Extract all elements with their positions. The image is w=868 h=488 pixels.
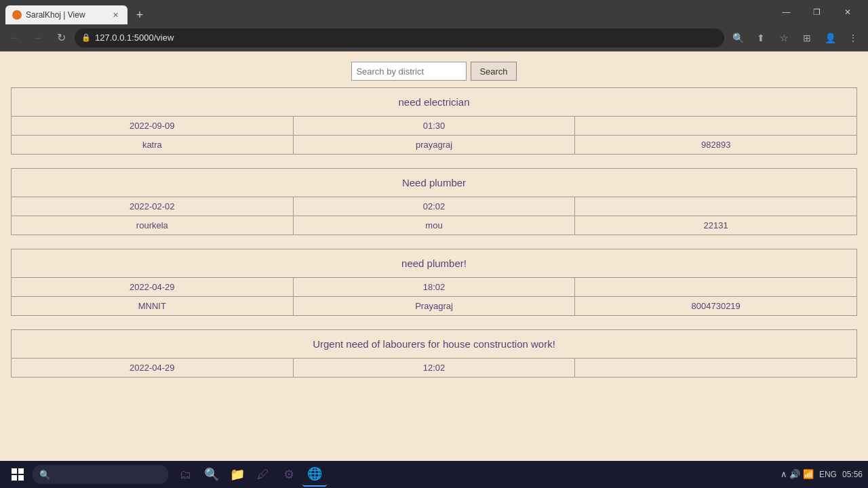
- card-4-datetime-row: 2022-04-29 12:02: [12, 359, 856, 377]
- cards-area: need electrician 2022-09-09 01:30 katra …: [0, 87, 868, 388]
- forward-button[interactable]: →: [28, 28, 47, 47]
- grid-icon-button[interactable]: ⊞: [797, 28, 816, 47]
- card-1-phone: 982893: [575, 136, 856, 154]
- menu-icon-button[interactable]: ⋮: [844, 28, 863, 47]
- card-2-datetime-row: 2022-02-02 02:02: [12, 197, 856, 216]
- share-icon-button[interactable]: ⬆: [751, 28, 770, 47]
- card-2-date: 2022-02-02: [12, 197, 294, 216]
- back-button[interactable]: ←: [5, 28, 24, 47]
- card-1: need electrician 2022-09-09 01:30 katra …: [11, 87, 857, 155]
- taskbar-app-settings[interactable]: ⚙: [277, 462, 301, 487]
- card-3-datetime-row: 2022-04-29 18:02: [12, 278, 856, 297]
- search-icon-button[interactable]: 🔍: [728, 28, 747, 47]
- new-tab-button[interactable]: +: [130, 5, 149, 24]
- card-2-info-row: rourkela mou 22131: [12, 216, 856, 235]
- tab-close-button[interactable]: ✕: [110, 9, 121, 20]
- taskbar-app-folder[interactable]: 📁: [225, 462, 250, 487]
- search-input[interactable]: [351, 62, 467, 81]
- minimize-button[interactable]: —: [771, 0, 802, 24]
- taskbar-right: ∧ 🔊 📶 ENG 05:56: [781, 469, 863, 481]
- url-text: 127.0.0.1:5000/view: [95, 33, 717, 43]
- card-2-district: mou: [294, 216, 576, 235]
- card-2-name: rourkela: [12, 216, 294, 235]
- taskbar-search-icon: 🔍: [39, 470, 50, 480]
- taskbar-app-search[interactable]: 🔍: [199, 462, 224, 487]
- taskbar-lang: ENG: [819, 470, 837, 479]
- taskbar-clock: 05:56: [842, 469, 863, 481]
- card-1-name: katra: [12, 136, 294, 154]
- close-button[interactable]: ✕: [832, 0, 863, 24]
- active-tab[interactable]: SaralKhoj | View ✕: [5, 5, 127, 24]
- card-4-title: Urgent need of labourers for house const…: [12, 330, 856, 359]
- card-1-empty: [575, 117, 856, 135]
- card-4-time: 12:02: [294, 359, 576, 377]
- card-3-info-row: MNNIT Prayagraj 8004730219: [12, 297, 856, 315]
- lock-icon: 🔒: [81, 33, 91, 42]
- window-controls: — ❐ ✕: [771, 0, 863, 24]
- card-2-empty: [575, 197, 856, 216]
- taskbar-app-chrome[interactable]: 🌐: [302, 462, 327, 487]
- address-bar-row: ← → ↻ 🔒 127.0.0.1:5000/view 🔍 ⬆ ☆ ⊞ 👤 ⋮: [0, 24, 868, 52]
- card-4: Urgent need of labourers for house const…: [11, 329, 857, 378]
- card-3-empty: [575, 278, 856, 296]
- card-1-date: 2022-09-09: [12, 117, 294, 135]
- tab-title: SaralKhoj | View: [26, 10, 106, 20]
- windows-logo-icon: [12, 468, 24, 481]
- card-3-date: 2022-04-29: [12, 278, 294, 296]
- card-3-district: Prayagraj: [294, 297, 576, 315]
- taskbar: 🔍 🗂 🔍 📁 🖊 ⚙ 🌐 ∧ 🔊 📶 ENG 05:56: [0, 461, 868, 488]
- taskbar-time: 05:56: [842, 469, 863, 481]
- card-3-time: 18:02: [294, 278, 576, 296]
- card-2-time: 02:02: [294, 197, 576, 216]
- card-2: Need plumber 2022-02-02 02:02 rourkela m…: [11, 168, 857, 235]
- tray-icons: ∧ 🔊 📶: [781, 469, 814, 479]
- tab-bar: SaralKhoj | View ✕ + — ❐ ✕: [0, 0, 868, 24]
- card-1-title: need electrician: [12, 88, 856, 117]
- card-1-info-row: katra prayagraj 982893: [12, 136, 856, 154]
- bookmark-icon-button[interactable]: ☆: [774, 28, 793, 47]
- reload-button[interactable]: ↻: [52, 28, 71, 47]
- card-2-phone: 22131: [575, 216, 856, 235]
- tab-favicon: [12, 10, 22, 20]
- card-1-datetime-row: 2022-09-09 01:30: [12, 117, 856, 136]
- profile-icon-button[interactable]: 👤: [821, 28, 840, 47]
- card-3-name: MNNIT: [12, 297, 294, 315]
- browser-window: SaralKhoj | View ✕ + — ❐ ✕ ← → ↻ 🔒: [0, 0, 868, 488]
- card-4-empty: [575, 359, 856, 377]
- card-3-title: need plumber!: [12, 249, 856, 278]
- search-button[interactable]: Search: [471, 62, 516, 81]
- search-area: Search: [0, 52, 868, 87]
- taskbar-apps: 🗂 🔍 📁 🖊 ⚙ 🌐: [174, 462, 327, 487]
- card-4-date: 2022-04-29: [12, 359, 294, 377]
- card-3-phone: 8004730219: [575, 297, 856, 315]
- card-1-district: prayagraj: [294, 136, 576, 154]
- card-1-time: 01:30: [294, 117, 576, 135]
- taskbar-app-vscode[interactable]: 🖊: [251, 462, 275, 487]
- taskbar-app-files[interactable]: 🗂: [174, 462, 198, 487]
- card-2-title: Need plumber: [12, 169, 856, 197]
- maximize-button[interactable]: ❐: [802, 0, 832, 24]
- start-button[interactable]: [5, 462, 30, 487]
- address-bar[interactable]: 🔒 127.0.0.1:5000/view: [75, 28, 724, 47]
- taskbar-search[interactable]: 🔍: [33, 465, 168, 484]
- card-3: need plumber! 2022-04-29 18:02 MNNIT Pra…: [11, 249, 857, 316]
- page-content: Search need electrician 2022-09-09 01:30…: [0, 52, 868, 461]
